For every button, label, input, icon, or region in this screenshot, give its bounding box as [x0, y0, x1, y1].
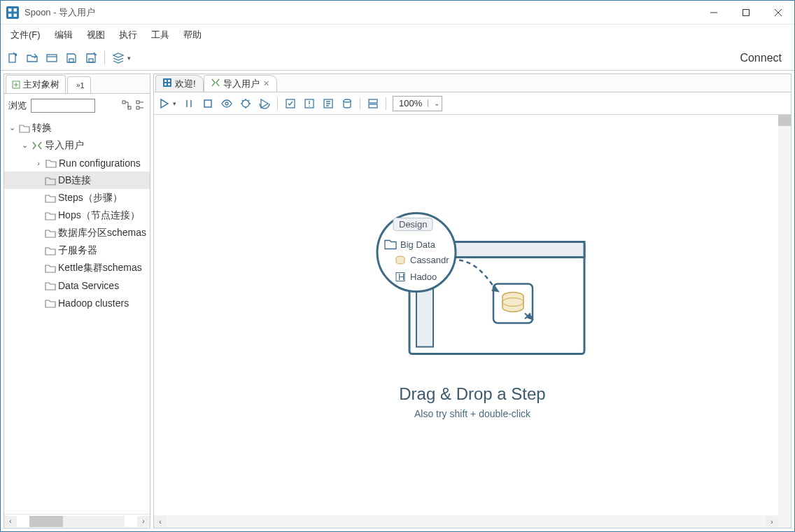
transformation-icon: [31, 141, 43, 150]
pause-icon[interactable]: [183, 97, 195, 110]
svg-rect-10: [136, 106, 139, 109]
menu-file[interactable]: 文件(F): [5, 26, 46, 44]
scroll-right-icon[interactable]: ›: [137, 516, 150, 527]
twisty-closed-icon[interactable]: ›: [34, 159, 43, 167]
folder-icon: [45, 193, 56, 203]
empty-canvas-illustration: Design Big Data Cassandr: [357, 207, 588, 419]
tab-close-icon[interactable]: ✕: [263, 79, 269, 88]
folder-icon: [45, 158, 57, 168]
tab-current[interactable]: 导入用户 ✕: [204, 75, 277, 92]
svg-point-2: [15, 54, 17, 55]
scroll-thumb[interactable]: [29, 516, 63, 527]
folder-icon: [45, 211, 56, 220]
tree-item-slave[interactable]: 子服务器: [4, 241, 150, 259]
svg-point-13: [225, 102, 228, 105]
sql-icon[interactable]: [322, 97, 335, 110]
tree-item-label: Data Services: [58, 280, 119, 291]
folder-icon: [45, 246, 56, 255]
svg-rect-11: [163, 78, 171, 87]
app-small-icon: [163, 78, 171, 89]
sidebar-search-input[interactable]: [31, 99, 95, 113]
tree-job-label: 导入用户: [45, 139, 84, 152]
twisty-open-icon[interactable]: ⌄: [20, 141, 29, 150]
perspective-icon[interactable]: [112, 52, 125, 64]
menu-tools[interactable]: 工具: [146, 26, 175, 44]
main-toolbar: ▾ Connect: [1, 46, 794, 71]
canvas-vscroll[interactable]: [778, 115, 791, 528]
tree-item-db-connection[interactable]: DB连接: [4, 172, 150, 189]
svg-rect-19: [369, 99, 377, 103]
open-file-icon[interactable]: [26, 52, 38, 64]
svg-rect-8: [128, 106, 131, 109]
new-file-icon[interactable]: [6, 52, 19, 64]
scroll-left-icon[interactable]: ‹: [154, 516, 167, 527]
tab-current-label: 导入用户: [223, 78, 260, 90]
debug-icon[interactable]: [239, 97, 252, 110]
tree-item-label: DB连接: [58, 174, 91, 187]
maximize-button[interactable]: [730, 1, 762, 24]
run-icon[interactable]: [158, 97, 171, 110]
svg-text:Big Data: Big Data: [400, 239, 436, 250]
menu-view[interactable]: 视图: [81, 26, 111, 44]
folder-icon: [45, 298, 56, 308]
tab-welcome[interactable]: 欢迎!: [155, 75, 204, 92]
collapse-tree-icon[interactable]: [136, 100, 146, 112]
main-panel: 欢迎! 导入用户 ✕ ▾: [153, 74, 792, 528]
separator: [277, 97, 278, 110]
show-results-icon[interactable]: [367, 97, 379, 110]
tree-job[interactable]: ⌄ 导入用户: [4, 136, 150, 154]
run-dropdown-icon[interactable]: ▾: [173, 100, 176, 107]
impact-icon[interactable]: [303, 97, 316, 110]
preview-icon[interactable]: [220, 97, 233, 110]
scroll-left-icon[interactable]: ‹: [4, 516, 17, 527]
menu-help[interactable]: 帮助: [178, 26, 207, 44]
tree-item-cluster[interactable]: Kettle集群schemas: [4, 259, 150, 276]
save-as-icon[interactable]: [85, 52, 97, 64]
canvas-toolbar: ▾ 100% ⌄: [154, 92, 791, 115]
tree-item-dataservice[interactable]: Data Services: [4, 276, 150, 294]
scroll-right-icon[interactable]: ›: [766, 516, 778, 527]
tree-item-label: 子服务器: [58, 244, 97, 257]
svg-rect-1: [9, 54, 15, 62]
sidebar-scrollbar[interactable]: ‹ ›: [4, 514, 150, 528]
replay-icon[interactable]: [258, 97, 271, 110]
sidebar-tab-label: 主对象树: [23, 78, 59, 91]
tree-item-run-config[interactable]: › Run configurations: [4, 154, 150, 172]
menu-exec[interactable]: 执行: [113, 26, 143, 44]
zoom-select[interactable]: 100% ⌄: [393, 96, 442, 111]
dropdown-caret-icon[interactable]: ▾: [127, 55, 131, 62]
explore-db-icon[interactable]: [341, 97, 353, 110]
canvas-hscroll[interactable]: ‹ ›: [154, 515, 778, 528]
tree-item-hops[interactable]: Hops（节点连接）: [4, 206, 150, 224]
zoom-dropdown-icon[interactable]: ⌄: [428, 99, 442, 107]
canvas[interactable]: Design Big Data Cassandr: [154, 115, 791, 528]
close-button[interactable]: [762, 1, 794, 24]
expand-tree-icon[interactable]: [122, 100, 132, 112]
transformation-small-icon: [211, 78, 220, 89]
connect-button[interactable]: Connect: [733, 49, 789, 67]
tree-item-partition[interactable]: 数据库分区schemas: [4, 224, 150, 241]
svg-rect-4: [69, 59, 73, 62]
save-icon[interactable]: [65, 52, 78, 64]
sidebar-tab-main-tree[interactable]: 主对象树: [6, 75, 66, 93]
zoom-value: 100%: [393, 98, 428, 108]
separator: [104, 51, 105, 65]
tree-root[interactable]: ⌄ 转换: [4, 119, 150, 136]
stop-icon[interactable]: [202, 97, 214, 110]
svg-text:Cassandr: Cassandr: [410, 255, 449, 265]
tree-item-steps[interactable]: Steps（步骤）: [4, 189, 150, 206]
empty-subtitle: Also try shift + double-click: [357, 408, 588, 419]
sidebar-tab-extra[interactable]: » 1: [67, 76, 91, 93]
tree-item-hadoop[interactable]: Hadoop clusters: [4, 294, 150, 312]
tree-item-label: Kettle集群schemas: [58, 262, 142, 274]
menu-edit[interactable]: 编辑: [49, 26, 78, 44]
minimize-button[interactable]: [698, 1, 730, 24]
sidebar-tab-extra-count: 1: [80, 81, 85, 90]
sidebar: 主对象树 » 1 浏览 ⌄ 转换: [3, 74, 150, 528]
object-tree[interactable]: ⌄ 转换 ⌄ 导入用户 › Run configurations DB连接: [4, 118, 150, 514]
separator: [386, 97, 386, 110]
twisty-open-icon[interactable]: ⌄: [7, 123, 17, 132]
verify-icon[interactable]: [284, 97, 297, 110]
explore-icon[interactable]: [45, 52, 58, 64]
tree-item-label: Hadoop clusters: [58, 298, 129, 309]
